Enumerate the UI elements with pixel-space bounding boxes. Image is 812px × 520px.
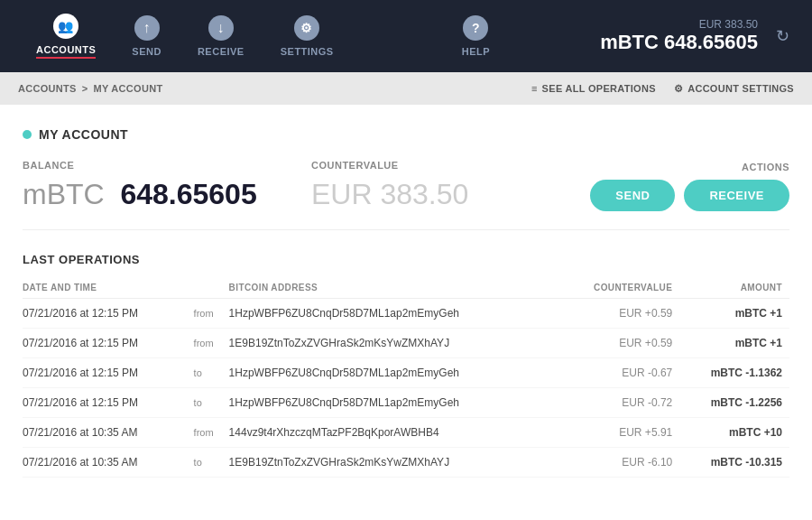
balance-block: BALANCE mBTC 648.65605 [23, 160, 275, 211]
last-operations-title: LAST OPERATIONS [23, 253, 789, 266]
breadcrumb-actions: ≡ SEE ALL OPERATIONS ⚙ ACCOUNT SETTINGS [531, 83, 794, 95]
cell-direction: from [194, 418, 229, 448]
countervalue-label: COUNTERVALUE [311, 160, 590, 171]
help-icon: ? [463, 15, 488, 41]
cell-amount: mBTC +1 [679, 329, 789, 358]
see-all-ops-label: SEE ALL OPERATIONS [542, 83, 656, 94]
actions-block: ACTIONS SEND RECEIVE [590, 162, 789, 211]
account-status-dot [23, 130, 32, 139]
nav-settings-label: SETTINGS [281, 46, 334, 57]
cell-countervalue: EUR +0.59 [560, 329, 680, 358]
account-title: MY ACCOUNT [23, 127, 789, 142]
operations-table: DATE AND TIME BITCOIN ADDRESS COUNTERVAL… [23, 277, 789, 478]
receive-icon: ↓ [208, 15, 234, 41]
balance-unit: mBTC [23, 178, 105, 210]
nav-settings[interactable]: ⚙ SETTINGS [263, 15, 352, 57]
actions-label: ACTIONS [742, 162, 789, 172]
nav-send-label: SEND [132, 46, 161, 57]
cell-address: 1HzpWBFP6ZU8CnqDr58D7ML1ap2mEmyGeh [229, 358, 560, 388]
cell-amount: mBTC +1 [679, 299, 789, 329]
balance-number: 648.65605 [120, 178, 256, 210]
account-settings-label: ACCOUNT SETTINGS [687, 83, 794, 94]
col-header-countervalue: COUNTERVALUE [560, 277, 680, 299]
table-row: 07/21/2016 at 12:15 PM from 1E9B19ZtnToZ… [23, 329, 789, 358]
nav-receive-label: RECEIVE [198, 46, 245, 57]
nav-help[interactable]: ? HELP [444, 15, 508, 57]
col-header-dir [194, 277, 229, 299]
cell-countervalue: EUR +0.59 [560, 299, 680, 329]
cell-countervalue: EUR -0.67 [560, 358, 680, 388]
cell-direction: from [194, 329, 229, 358]
breadcrumb-current: MY ACCOUNT [93, 83, 162, 94]
cell-direction: to [194, 448, 229, 478]
settings-icon: ⚙ [294, 15, 319, 41]
countervalue-block: COUNTERVALUE EUR 383.50 [275, 160, 590, 211]
cell-direction: to [194, 358, 229, 388]
table-header-row: DATE AND TIME BITCOIN ADDRESS COUNTERVAL… [23, 277, 789, 299]
nav-accounts-label: ACCOUNTS [36, 44, 96, 59]
cell-address: 1E9B19ZtnToZxZVGHraSk2mKsYwZMXhAYJ [229, 329, 560, 358]
nav-balance-eur: EUR 383.50 [699, 18, 758, 31]
gear-icon: ⚙ [674, 83, 683, 95]
send-button[interactable]: SEND [590, 180, 675, 211]
account-name: MY ACCOUNT [39, 127, 128, 142]
cell-countervalue: EUR -6.10 [560, 448, 680, 478]
cell-address: 1HzpWBFP6ZU8CnqDr58D7ML1ap2mEmyGeh [229, 388, 560, 418]
balance-label: BALANCE [23, 160, 275, 171]
cell-amount: mBTC -1.2256 [679, 388, 789, 418]
nav-balance: EUR 383.50 mBTC 648.65605 [600, 18, 758, 54]
main-content: MY ACCOUNT BALANCE mBTC 648.65605 COUNTE… [0, 105, 812, 520]
actions-buttons: SEND RECEIVE [590, 180, 789, 211]
list-icon: ≡ [531, 83, 538, 94]
cell-date: 07/21/2016 at 10:35 AM [23, 448, 194, 478]
breadcrumb-bar: ACCOUNTS > MY ACCOUNT ≡ SEE ALL OPERATIO… [0, 72, 812, 105]
cell-address: 1E9B19ZtnToZxZVGHraSk2mKsYwZMXhAYJ [229, 448, 560, 478]
account-settings-button[interactable]: ⚙ ACCOUNT SETTINGS [674, 83, 794, 95]
breadcrumb-root[interactable]: ACCOUNTS [18, 83, 77, 94]
cell-date: 07/21/2016 at 12:15 PM [23, 329, 194, 358]
operations-tbody: 07/21/2016 at 12:15 PM from 1HzpWBFP6ZU8… [23, 299, 789, 478]
col-header-address: BITCOIN ADDRESS [229, 277, 560, 299]
cell-direction: from [194, 299, 229, 329]
see-all-operations-button[interactable]: ≡ SEE ALL OPERATIONS [531, 83, 656, 95]
cell-amount: mBTC +10 [679, 418, 789, 448]
balance-value: mBTC 648.65605 [23, 178, 275, 211]
top-nav: 👥 ACCOUNTS ↑ SEND ↓ RECEIVE ⚙ SETTINGS ?… [0, 0, 812, 72]
cell-amount: mBTC -10.315 [679, 448, 789, 478]
nav-receive[interactable]: ↓ RECEIVE [180, 15, 263, 57]
col-header-amount: AMOUNT [679, 277, 789, 299]
table-row: 07/21/2016 at 10:35 AM to 1E9B19ZtnToZxZ… [23, 448, 789, 478]
cell-date: 07/21/2016 at 10:35 AM [23, 418, 194, 448]
cell-date: 07/21/2016 at 12:15 PM [23, 299, 194, 329]
cell-direction: to [194, 388, 229, 418]
receive-button[interactable]: RECEIVE [684, 180, 789, 211]
nav-balance-btc: mBTC 648.65605 [600, 31, 758, 54]
breadcrumb-separator: > [82, 83, 88, 94]
cell-address: 1HzpWBFP6ZU8CnqDr58D7ML1ap2mEmyGeh [229, 299, 560, 329]
cell-countervalue: EUR -0.72 [560, 388, 680, 418]
table-row: 07/21/2016 at 10:35 AM from 144vz9t4rXhz… [23, 418, 789, 448]
countervalue-value: EUR 383.50 [311, 178, 590, 211]
cell-amount: mBTC -1.1362 [679, 358, 789, 388]
table-row: 07/21/2016 at 12:15 PM from 1HzpWBFP6ZU8… [23, 299, 789, 329]
cell-date: 07/21/2016 at 12:15 PM [23, 388, 194, 418]
table-row: 07/21/2016 at 12:15 PM to 1HzpWBFP6ZU8Cn… [23, 388, 789, 418]
col-header-date: DATE AND TIME [23, 277, 194, 299]
nav-help-label: HELP [462, 46, 490, 57]
nav-send[interactable]: ↑ SEND [114, 15, 180, 57]
cell-date: 07/21/2016 at 12:15 PM [23, 358, 194, 388]
refresh-button[interactable]: ↻ [771, 22, 794, 51]
cell-address: 144vz9t4rXhzczqMTazPF2BqKporAWBHB4 [229, 418, 560, 448]
table-row: 07/21/2016 at 12:15 PM to 1HzpWBFP6ZU8Cn… [23, 358, 789, 388]
cell-countervalue: EUR +5.91 [560, 418, 680, 448]
balance-section: BALANCE mBTC 648.65605 COUNTERVALUE EUR … [23, 160, 789, 230]
send-icon: ↑ [134, 15, 160, 41]
accounts-icon: 👥 [53, 14, 78, 39]
nav-accounts[interactable]: 👥 ACCOUNTS [18, 14, 114, 59]
